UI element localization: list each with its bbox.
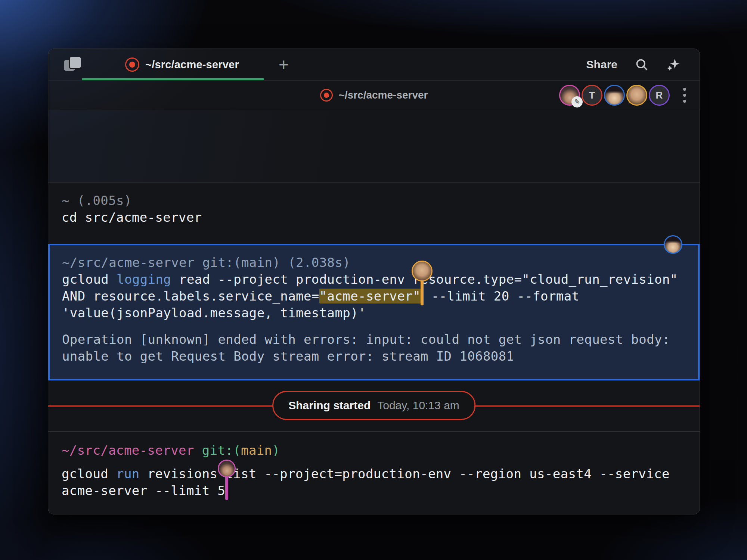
- command-input[interactable]: gcloud run revisions list --project=prod…: [62, 466, 700, 499]
- command-block-gcloud-logging[interactable]: ~/src/acme-server git:(main) (2.038s) gc…: [48, 244, 700, 380]
- search-icon[interactable]: [635, 57, 649, 72]
- command-line-2: AND resource.labels.service_name="acme-s…: [62, 288, 698, 305]
- avatar-collaborator-4[interactable]: [626, 85, 647, 106]
- pane-title: ~/src/acme-server: [339, 89, 428, 101]
- avatar-collaborator-1[interactable]: ✎: [559, 85, 580, 106]
- remote-cursor-orange: [421, 290, 424, 302]
- desktop-background: ~/src/acme-server + Share ~/src/acme-ser…: [0, 0, 747, 560]
- collaborator-avatars: ✎ T R: [559, 85, 688, 106]
- output-gap: [62, 321, 698, 331]
- workspace-panes-icon[interactable]: [64, 57, 81, 72]
- avatar-initial: R: [656, 90, 663, 101]
- remote-selection-highlight: "acme-server": [319, 289, 421, 304]
- recording-indicator-icon: [125, 57, 139, 72]
- share-button[interactable]: Share: [586, 58, 617, 71]
- input-line-2: acme-server --limit 5: [62, 482, 700, 499]
- terminal-window: ~/src/acme-server + Share ~/src/acme-ser…: [48, 49, 700, 514]
- sharing-timestamp: Today, 10:13 am: [377, 399, 459, 412]
- avatar-collaborator-3[interactable]: [604, 85, 625, 106]
- pane-header: ~/src/acme-server ✎ T R: [48, 81, 700, 110]
- tab-title: ~/src/acme-server: [145, 59, 239, 71]
- tab-bar: ~/src/acme-server + Share: [48, 49, 700, 81]
- command-input-block[interactable]: ~/src/acme-server git:(main) gcloud run …: [48, 431, 700, 514]
- command-text: cd src/acme-server: [62, 209, 700, 226]
- tabbar-actions: Share: [586, 57, 700, 72]
- tab-acme-server[interactable]: ~/src/acme-server: [125, 49, 239, 80]
- output-line-2: unable to get Request Body stream error:…: [62, 348, 698, 365]
- avatar-initial: T: [589, 90, 595, 101]
- cmd-text: --limit 20 --format: [424, 289, 579, 304]
- cmd-text: gcloud: [62, 466, 116, 481]
- remote-cursor-pink: [225, 484, 228, 497]
- cmd-text: gcloud: [62, 272, 117, 287]
- overflow-menu-button[interactable]: [681, 85, 688, 105]
- input-line-1: gcloud run revisions list --project=prod…: [62, 466, 700, 482]
- pencil-edit-badge-icon: ✎: [571, 96, 583, 108]
- cmd-keyword: run: [116, 466, 140, 481]
- sparkles-ai-icon[interactable]: [666, 57, 680, 72]
- prompt-path: ~/src/acme-server: [62, 443, 194, 458]
- prompt-git-close: ): [272, 443, 280, 458]
- terminal-scrollback: ~ (.005s) cd src/acme-server ~/src/acme-…: [48, 110, 700, 514]
- empty-scrollback-area: [48, 110, 700, 182]
- cmd-text: acme-server --limit 5: [62, 483, 225, 498]
- cmd-text: AND resource.labels.service_name=: [62, 289, 319, 304]
- sharing-started-pill[interactable]: Sharing started Today, 10:13 am: [272, 391, 475, 420]
- command-line-3: 'value(jsonPayload.message, timestamp)': [62, 305, 698, 321]
- avatar-collaborator-2[interactable]: T: [582, 85, 602, 106]
- prompt-context: ~/src/acme-server git:(main) (2.038s): [62, 254, 698, 271]
- sharing-divider: Sharing started Today, 10:13 am: [48, 380, 700, 431]
- sharing-label: Sharing started: [288, 399, 371, 412]
- prompt-git: git:(: [194, 443, 241, 458]
- prompt-branch: main: [241, 443, 272, 458]
- active-tab-indicator: [82, 78, 264, 80]
- prompt-line: ~/src/acme-server git:(main): [62, 442, 700, 459]
- remote-cursor-avatar: [218, 460, 236, 477]
- remote-cursor-avatar: [412, 261, 433, 281]
- command-block-cd[interactable]: ~ (.005s) cd src/acme-server: [48, 182, 700, 244]
- command-line-1: gcloud logging read --project production…: [62, 271, 698, 288]
- new-tab-button[interactable]: +: [275, 56, 292, 73]
- cmd-keyword: logging: [117, 272, 171, 287]
- panes-icon-front: [69, 57, 81, 69]
- output-line-1: Operation [unknown] ended with errors: i…: [62, 331, 698, 348]
- prompt-context: ~ (.005s): [62, 192, 700, 209]
- recording-indicator-icon: [320, 89, 333, 102]
- avatar-collaborator-5[interactable]: R: [649, 85, 670, 106]
- viewer-avatar-on-block: [664, 235, 682, 254]
